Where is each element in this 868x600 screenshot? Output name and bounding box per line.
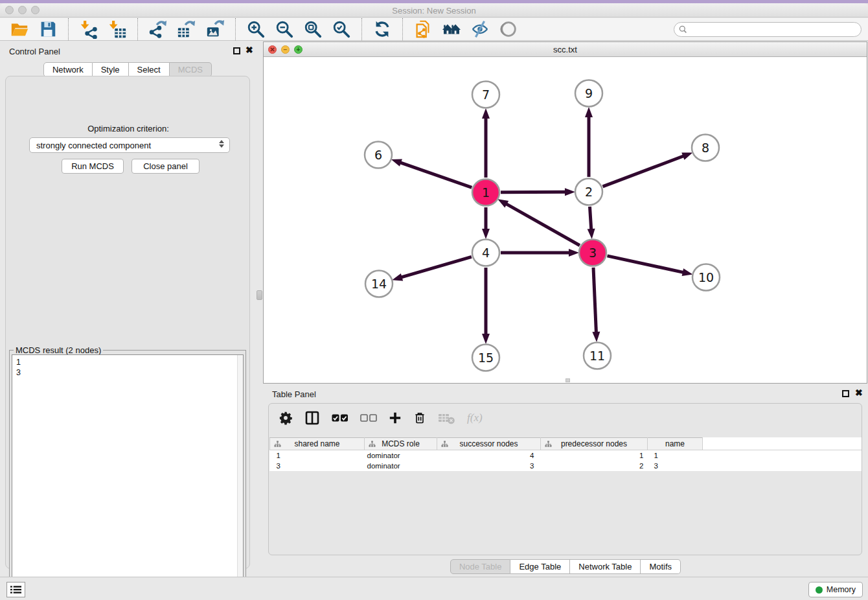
column-header[interactable]: name (648, 438, 703, 450)
column-type-icon (441, 441, 448, 450)
split-view-icon[interactable] (304, 410, 320, 426)
node-table[interactable]: shared name MCDS role successor nodes pr… (269, 437, 862, 471)
graph-node-3[interactable]: 3 (579, 240, 606, 266)
criterion-select[interactable]: strongly connected component (29, 137, 230, 153)
graph-edge-4-14[interactable] (402, 257, 472, 277)
select-all-icon[interactable] (332, 413, 348, 422)
level-of-detail-icon[interactable] (499, 19, 518, 39)
houses-icon[interactable] (442, 19, 461, 39)
result-item: 3 (16, 367, 243, 378)
toolbar-separator (235, 18, 236, 40)
delete-table-icon (438, 411, 455, 424)
close-panel-button[interactable]: Close panel (131, 159, 200, 174)
import-network-icon[interactable] (79, 19, 98, 39)
save-icon[interactable] (38, 19, 58, 39)
result-item: 1 (16, 357, 243, 367)
gear-icon[interactable] (279, 411, 293, 425)
graph-edge-2-8[interactable] (603, 156, 684, 187)
graph-node-4[interactable]: 4 (472, 240, 499, 266)
graph-edge-2-3[interactable] (589, 207, 591, 229)
memory-button[interactable]: Memory (808, 582, 863, 597)
hide-graphics-icon[interactable] (470, 19, 490, 39)
graph-node-7[interactable]: 7 (472, 82, 499, 108)
table-row[interactable]: 1 dominator 4 1 1 (270, 450, 862, 461)
splitter-grip[interactable] (257, 290, 262, 300)
refresh-layout-icon[interactable] (372, 19, 392, 39)
graph-edge-3-11[interactable] (593, 268, 596, 332)
export-image-icon[interactable] (205, 19, 225, 39)
graph-node-9[interactable]: 9 (575, 80, 602, 107)
window-titlebar: Session: New Session (0, 3, 868, 17)
tab-edge-table[interactable]: Edge Table (510, 559, 570, 574)
zoom-out-icon[interactable] (275, 19, 294, 39)
svg-text:10: 10 (698, 270, 714, 284)
export-table-icon[interactable] (177, 19, 196, 39)
graph-node-15[interactable]: 15 (472, 345, 499, 371)
table-toolbar: f(x) (273, 408, 483, 428)
zoom-selected-icon[interactable] (332, 19, 351, 39)
graph-edge-3-1[interactable] (506, 204, 580, 246)
search-input[interactable] (690, 25, 861, 34)
svg-text:2: 2 (585, 185, 593, 199)
mcds-result-group: MCDS result (2 nodes) 1 3 (9, 350, 246, 597)
mcds-panel: Optimization criterion: strongly connect… (5, 76, 250, 569)
graph-node-6[interactable]: 6 (365, 142, 392, 168)
graph-node-14[interactable]: 14 (365, 271, 393, 297)
zoom-in-icon[interactable] (246, 19, 266, 39)
tab-node-table[interactable]: Node Table (450, 559, 511, 574)
memory-label: Memory (827, 585, 856, 594)
column-header[interactable]: shared name (270, 438, 365, 450)
graph-edge-3-10[interactable] (607, 256, 683, 272)
tab-select[interactable]: Select (129, 62, 170, 77)
graph-node-1[interactable]: 1 (472, 179, 499, 206)
column-type-icon (369, 441, 376, 450)
criterion-value: strongly connected component (36, 141, 151, 150)
svg-text:1: 1 (482, 185, 490, 200)
result-scrollbar[interactable] (237, 355, 243, 593)
zoom-fit-icon[interactable] (303, 19, 323, 39)
status-bar: Memory (0, 577, 868, 600)
tab-network-table[interactable]: Network Table (570, 559, 641, 574)
network-window-titlebar[interactable]: ✕ − + scc.txt (264, 42, 867, 57)
table-row[interactable]: 3 dominator 3 2 3 (270, 461, 862, 471)
optimization-criterion-label: Optimization criterion: (6, 124, 251, 133)
export-network-icon[interactable] (148, 19, 168, 39)
canvas-resize-handle[interactable] (565, 378, 570, 382)
main-toolbar (0, 18, 868, 41)
run-mcds-button[interactable]: Run MCDS (62, 159, 124, 174)
graph-edge-1-6[interactable] (400, 163, 472, 188)
deselect-all-icon[interactable] (360, 413, 377, 422)
graph-edge-1-2[interactable] (501, 192, 565, 192)
float-panel-icon[interactable] (233, 47, 240, 54)
task-history-button[interactable] (6, 582, 25, 597)
tab-mcds[interactable]: MCDS (170, 62, 212, 77)
tab-motifs[interactable]: Motifs (641, 559, 681, 574)
open-folder-icon[interactable] (10, 19, 29, 39)
tab-style[interactable]: Style (93, 62, 129, 77)
tab-network[interactable]: Network (43, 62, 93, 77)
delete-column-icon[interactable] (413, 411, 426, 425)
column-type-icon (274, 441, 281, 450)
table-tabs: Node Table Edge Table Network Table Moti… (263, 559, 868, 574)
table-panel: Table Panel ✖ f(x) shared name MCDS role… (263, 387, 868, 577)
close-panel-icon[interactable]: ✖ (246, 45, 253, 54)
import-table-icon[interactable] (108, 19, 127, 39)
column-header[interactable]: predecessor nodes (541, 438, 648, 450)
control-panel-tabs: Network Style Select MCDS (0, 62, 255, 77)
float-panel-icon[interactable] (842, 390, 849, 397)
close-panel-icon[interactable]: ✖ (855, 388, 863, 397)
mcds-result-text[interactable]: 1 3 (12, 354, 244, 594)
network-graph[interactable]: 7968124314101511 (264, 57, 867, 383)
column-header[interactable]: successor nodes (437, 438, 541, 450)
network-file-icon[interactable] (413, 19, 433, 39)
search-field[interactable] (674, 22, 862, 37)
graph-node-10[interactable]: 10 (692, 264, 720, 291)
svg-text:11: 11 (589, 349, 605, 363)
graph-node-2[interactable]: 2 (575, 179, 602, 205)
column-header[interactable]: MCDS role (365, 438, 437, 450)
svg-text:4: 4 (482, 246, 490, 260)
graph-node-11[interactable]: 11 (584, 343, 611, 369)
add-column-icon[interactable] (389, 411, 402, 424)
graph-node-8[interactable]: 8 (692, 135, 719, 161)
network-canvas[interactable]: 7968124314101511 (264, 57, 867, 383)
